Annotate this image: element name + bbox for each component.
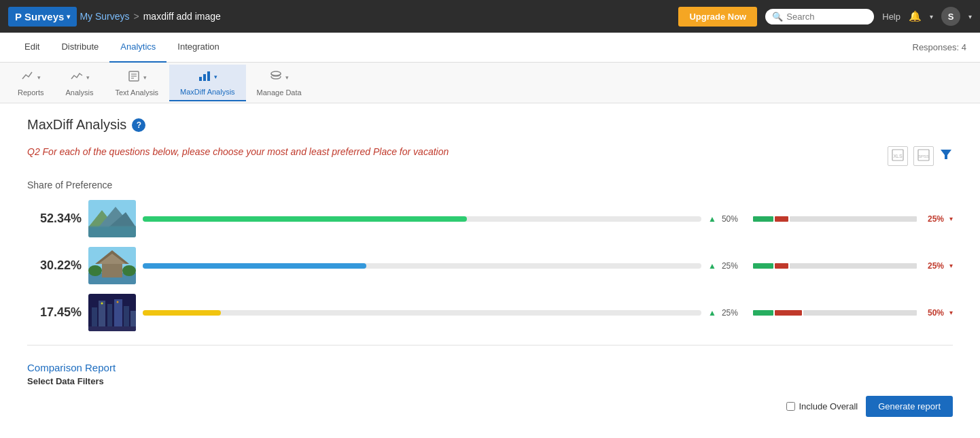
tab-integration[interactable]: Integration	[167, 33, 230, 63]
main-content: MaxDiff Analysis ? Q2 For each of the qu…	[0, 103, 980, 438]
bar-outer-3	[143, 310, 701, 316]
data-row-2: 30.22% ▲ 25%	[27, 247, 953, 284]
comparison-subtitle: Select Data Filters	[27, 376, 953, 386]
filter-button[interactable]	[939, 148, 953, 165]
top-bar-right: Upgrade Now 🔍 Help 🔔 ▾ S ▾	[678, 7, 972, 27]
arrow-up-1: ▲	[708, 214, 716, 224]
bar-section-3	[143, 310, 701, 316]
right-stats-3: ▲ 25% 50% ▾	[708, 308, 953, 318]
avatar-dropdown-arrow: ▾	[968, 13, 972, 20]
survey-name: maxdiff add image	[143, 11, 221, 22]
right-pct-3: 50%	[922, 308, 944, 318]
page-title: MaxDiff Analysis	[27, 117, 126, 133]
reports-icon	[21, 69, 35, 86]
right-pct-2: 25%	[922, 261, 944, 271]
svg-rect-5	[203, 74, 206, 81]
xls-export-button[interactable]: XLS	[888, 146, 908, 166]
comparison-section: Comparison Report Select Data Filters In…	[27, 359, 953, 417]
thumbnail-3	[88, 294, 136, 331]
logo-dropdown-arrow: ▾	[67, 13, 70, 20]
chevron-3[interactable]: ▾	[949, 309, 953, 316]
analysis-icon	[70, 69, 84, 86]
bell-dropdown-arrow: ▾	[930, 13, 933, 20]
search-box[interactable]: 🔍	[765, 9, 874, 24]
right-pct-1: 25%	[922, 214, 944, 224]
comparison-footer: Include Overall Generate report	[27, 396, 953, 417]
mini-bar-green-2	[753, 263, 773, 269]
toolbar-maxdiff[interactable]: ▾ MaxDiff Analysis	[169, 65, 246, 101]
surveys-logo[interactable]: P Surveys ▾	[8, 7, 77, 27]
data-row-3: 17.45% ▲	[27, 294, 953, 331]
search-icon: 🔍	[772, 12, 783, 22]
include-overall-checkbox[interactable]	[786, 402, 795, 411]
svg-text:XLS: XLS	[893, 154, 903, 158]
mini-bar-red-1	[775, 216, 788, 222]
reports-arrow: ▾	[37, 74, 41, 81]
svg-text:SPSS: SPSS	[918, 154, 929, 158]
my-surveys-link[interactable]: My Surveys	[80, 11, 129, 22]
avatar[interactable]: S	[941, 7, 960, 26]
comparison-title: Comparison Report	[27, 362, 953, 373]
maxdiff-icon	[198, 69, 211, 86]
thumbnail-1	[88, 200, 136, 237]
toolbar-manage-data[interactable]: ▾ Manage Data	[246, 65, 313, 101]
svg-point-33	[101, 303, 103, 305]
bar-section-1	[143, 216, 701, 222]
mini-bar-gray-2	[790, 263, 917, 269]
thumbnail-2	[88, 247, 136, 284]
bar-outer-2	[143, 263, 701, 269]
mini-bars-3	[753, 310, 917, 316]
mini-bars-1	[753, 216, 917, 222]
toolbar-text-analysis[interactable]: ▾ Text Analysis	[105, 65, 170, 101]
upgrade-button[interactable]: Upgrade Now	[678, 7, 757, 27]
generate-report-button[interactable]: Generate report	[866, 396, 953, 417]
logo-letter: P	[15, 11, 22, 22]
manage-data-icon	[269, 69, 283, 86]
svg-point-7	[271, 71, 281, 75]
svg-rect-30	[114, 299, 122, 331]
right-stats-2: ▲ 25% 25% ▾	[708, 261, 953, 271]
left-pct-1: 50%	[722, 214, 748, 224]
svg-rect-18	[88, 227, 136, 237]
tab-analytics[interactable]: Analytics	[109, 33, 167, 63]
maxdiff-arrow: ▾	[214, 73, 217, 80]
question-row: Q2 For each of the questions below, plea…	[27, 146, 953, 166]
mini-bar-red-2	[775, 263, 788, 269]
question-actions: XLS SPSS	[888, 146, 953, 166]
left-pct-3: 25%	[722, 308, 748, 318]
mini-bars-2	[753, 263, 917, 269]
bell-icon[interactable]: 🔔	[909, 10, 922, 22]
manage-data-arrow: ▾	[285, 74, 289, 81]
right-stats-1: ▲ 50% 25% ▾	[708, 214, 953, 224]
bar-inner-2	[143, 263, 366, 269]
tab-edit[interactable]: Edit	[14, 33, 50, 63]
responses-count: Responses: 4	[913, 42, 967, 52]
spss-export-button[interactable]: SPSS	[913, 146, 934, 166]
mini-bar-gray-3	[803, 310, 917, 316]
mini-bar-green-3	[753, 310, 773, 316]
toolbar-reports[interactable]: ▾ Reports	[7, 65, 55, 101]
mini-bar-green-1	[753, 216, 773, 222]
svg-rect-35	[88, 326, 136, 331]
tab-distribute[interactable]: Distribute	[50, 33, 109, 63]
chevron-1[interactable]: ▾	[949, 215, 953, 222]
help-link[interactable]: Help	[882, 12, 900, 22]
share-of-preference-label: Share of Preference	[27, 180, 953, 190]
bar-outer-1	[143, 216, 701, 222]
svg-point-24	[88, 265, 102, 276]
toolbar: ▾ Reports ▾ Analysis ▾ Text Analysis ▾ M…	[0, 63, 980, 103]
include-overall-area: Include Overall	[786, 401, 858, 411]
logo-label: Surveys	[24, 11, 64, 22]
arrow-up-2: ▲	[708, 261, 716, 271]
text-analysis-arrow: ▾	[143, 74, 147, 81]
help-icon[interactable]: ?	[132, 118, 145, 132]
second-bar: Edit Distribute Analytics Integration Re…	[0, 33, 980, 63]
page-title-area: MaxDiff Analysis ?	[27, 117, 953, 133]
percent-1: 52.34%	[27, 212, 82, 226]
svg-rect-21	[102, 264, 122, 277]
search-input[interactable]	[786, 12, 861, 22]
svg-point-34	[117, 301, 119, 303]
chevron-2[interactable]: ▾	[949, 262, 953, 269]
bar-inner-3	[143, 310, 221, 316]
toolbar-analysis[interactable]: ▾ Analysis	[55, 65, 105, 101]
